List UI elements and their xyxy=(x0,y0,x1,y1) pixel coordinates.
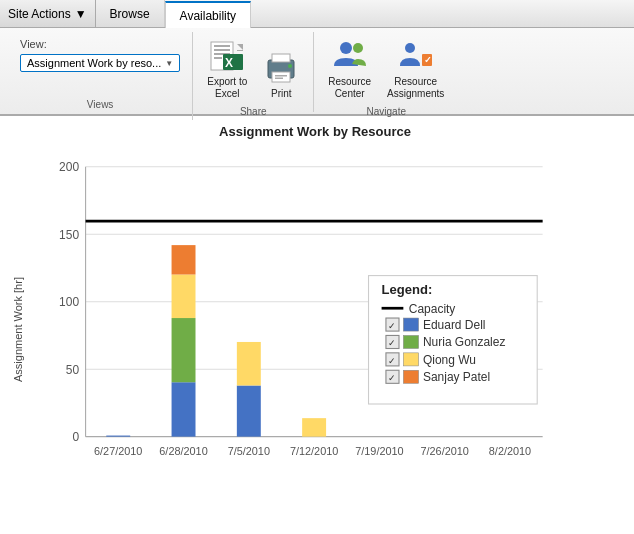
svg-marker-7 xyxy=(237,44,243,50)
svg-rect-53 xyxy=(403,318,418,331)
availability-tab-label: Availability xyxy=(180,9,236,23)
svg-rect-13 xyxy=(275,78,283,80)
resource-assignments-icon: ✓ xyxy=(398,38,434,74)
svg-text:7/26/2010: 7/26/2010 xyxy=(421,445,469,457)
svg-rect-2 xyxy=(214,49,230,51)
svg-text:Eduard Dell: Eduard Dell xyxy=(423,318,486,332)
svg-rect-1 xyxy=(214,45,230,47)
svg-rect-35 xyxy=(172,275,196,319)
resource-center-label: Resource Center xyxy=(328,76,371,100)
svg-point-15 xyxy=(340,42,352,54)
print-button[interactable]: Print xyxy=(257,48,305,102)
resource-assignments-label: Resource Assignments xyxy=(387,76,444,100)
svg-text:Sanjay Patel: Sanjay Patel xyxy=(423,370,490,384)
svg-rect-37 xyxy=(237,386,261,437)
svg-rect-57 xyxy=(403,335,418,348)
svg-rect-10 xyxy=(272,54,290,62)
export-excel-icon: X xyxy=(209,38,245,74)
svg-rect-34 xyxy=(172,318,196,382)
svg-text:7/5/2010: 7/5/2010 xyxy=(228,445,270,457)
view-select-text: Assignment Work by reso... xyxy=(27,57,161,69)
svg-text:150: 150 xyxy=(59,228,79,242)
resource-center-button[interactable]: Resource Center xyxy=(322,36,377,102)
svg-text:✓: ✓ xyxy=(388,356,396,366)
svg-rect-8 xyxy=(237,50,243,51)
svg-text:✓: ✓ xyxy=(388,338,396,348)
site-actions-dropdown-arrow: ▼ xyxy=(75,7,87,21)
svg-text:100: 100 xyxy=(59,295,79,309)
print-icon xyxy=(263,50,299,86)
svg-text:0: 0 xyxy=(72,430,79,444)
svg-text:6/27/2010: 6/27/2010 xyxy=(94,445,142,457)
view-dropdown[interactable]: Assignment Work by reso... ▼ xyxy=(20,54,180,72)
svg-text:X: X xyxy=(225,56,233,70)
svg-text:Legend:: Legend: xyxy=(382,282,433,297)
views-section-label: Views xyxy=(20,99,180,112)
svg-text:8/2/2010: 8/2/2010 xyxy=(489,445,531,457)
svg-text:✓: ✓ xyxy=(388,373,396,383)
y-axis-label: Assignment Work [hr] xyxy=(8,145,28,515)
chart-container: Assignment Work by Resource Assignment W… xyxy=(0,116,634,523)
svg-rect-4 xyxy=(214,57,222,59)
print-label: Print xyxy=(271,88,292,100)
browse-tab-label: Browse xyxy=(110,7,150,21)
chart-inner: 200 150 100 50 0 xyxy=(28,145,622,515)
svg-point-16 xyxy=(353,43,363,53)
svg-rect-61 xyxy=(403,353,418,366)
svg-point-14 xyxy=(288,64,292,68)
resource-assignments-button[interactable]: ✓ Resource Assignments xyxy=(381,36,450,102)
navigate-section: Resource Center ✓ Resource Assignments N… xyxy=(314,32,458,112)
svg-rect-39 xyxy=(302,418,326,437)
svg-text:50: 50 xyxy=(66,363,80,377)
svg-text:7/12/2010: 7/12/2010 xyxy=(290,445,338,457)
svg-text:Qiong Wu: Qiong Wu xyxy=(423,353,476,367)
export-excel-button[interactable]: X Export to Excel xyxy=(201,36,253,102)
availability-tab[interactable]: Availability xyxy=(165,1,251,28)
svg-text:200: 200 xyxy=(59,160,79,174)
svg-text:Capacity: Capacity xyxy=(409,302,456,316)
svg-rect-33 xyxy=(172,382,196,436)
chart-wrapper: Assignment Work [hr] 200 150 100 50 0 xyxy=(8,145,622,515)
share-section: X Export to Excel Print Share xyxy=(193,32,314,112)
svg-rect-11 xyxy=(272,72,290,82)
site-actions-button[interactable]: Site Actions ▼ xyxy=(0,0,96,27)
svg-point-17 xyxy=(405,43,415,53)
svg-text:✓: ✓ xyxy=(424,55,432,65)
svg-rect-32 xyxy=(106,436,130,437)
svg-rect-12 xyxy=(275,75,287,77)
svg-rect-38 xyxy=(237,342,261,386)
resource-center-icon xyxy=(332,38,368,74)
svg-text:7/19/2010: 7/19/2010 xyxy=(355,445,403,457)
chart-title: Assignment Work by Resource xyxy=(8,124,622,139)
ribbon: View: Assignment Work by reso... ▼ Views… xyxy=(0,28,634,116)
navigate-items: Resource Center ✓ Resource Assignments xyxy=(322,36,450,106)
svg-text:Nuria Gonzalez: Nuria Gonzalez xyxy=(423,335,506,349)
site-actions-label: Site Actions xyxy=(8,7,71,21)
chart-svg: 200 150 100 50 0 xyxy=(28,145,622,515)
view-dropdown-arrow: ▼ xyxy=(165,59,173,68)
share-items: X Export to Excel Print xyxy=(201,36,305,106)
svg-text:✓: ✓ xyxy=(388,321,396,331)
export-excel-label: Export to Excel xyxy=(207,76,247,100)
browse-tab[interactable]: Browse xyxy=(96,0,165,27)
view-section: View: Assignment Work by reso... ▼ Views xyxy=(8,32,193,120)
svg-rect-36 xyxy=(172,245,196,274)
svg-text:6/28/2010: 6/28/2010 xyxy=(159,445,207,457)
svg-rect-65 xyxy=(403,370,418,383)
view-label: View: xyxy=(20,38,180,50)
